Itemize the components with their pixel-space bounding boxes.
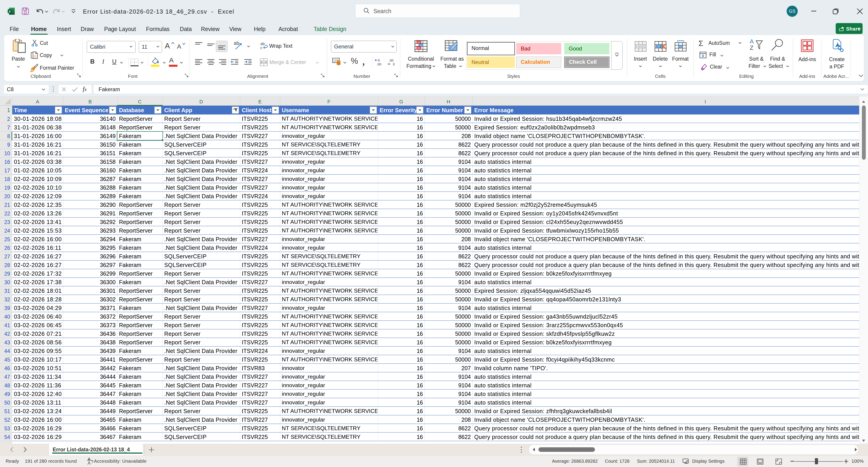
svg-text:x: x	[9, 9, 11, 13]
svg-text:ab: ab	[260, 42, 265, 46]
svg-text:Z: Z	[750, 45, 753, 51]
svg-text:ab: ab	[234, 41, 239, 46]
svg-text:c: c	[260, 46, 262, 50]
svg-text:A: A	[750, 39, 754, 45]
svg-text:0: 0	[393, 62, 395, 66]
svg-text:.00: .00	[389, 58, 394, 62]
svg-text:?: ?	[91, 459, 93, 464]
svg-text:.00: .00	[377, 62, 381, 66]
svg-text:0: 0	[378, 58, 380, 62]
